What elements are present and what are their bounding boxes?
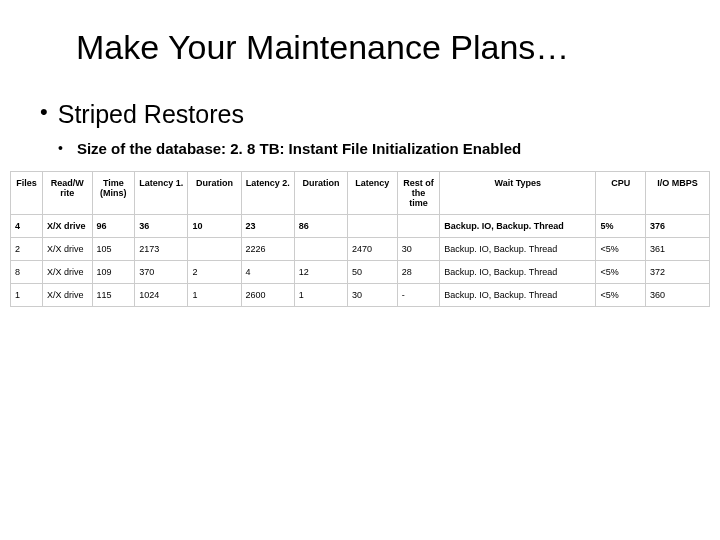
th-rw: Read/W rite: [42, 171, 92, 214]
td-files: 2: [11, 237, 43, 260]
th-time: Time (Mins): [92, 171, 135, 214]
restore-table: Files Read/W rite Time (Mins) Latency 1.…: [10, 171, 710, 307]
td-dur1: 2: [188, 260, 241, 283]
subtitle-row: • Striped Restores: [40, 99, 680, 129]
bullet-icon: •: [58, 139, 63, 159]
info-row: • Size of the database: 2. 8 TB: Instant…: [58, 139, 680, 159]
table-row: 4X/X drive9636102386Backup. IO, Backup. …: [11, 214, 710, 237]
td-dur2: 12: [294, 260, 347, 283]
td-lat1: 2173: [135, 237, 188, 260]
table-row: 1X/X drive115102412600130-Backup. IO, Ba…: [11, 283, 710, 306]
td-io: 360: [646, 283, 710, 306]
th-rest: Rest of the time: [397, 171, 440, 214]
td-cpu: 5%: [596, 214, 646, 237]
th-files: Files: [11, 171, 43, 214]
table-container: Files Read/W rite Time (Mins) Latency 1.…: [10, 171, 710, 307]
td-time: 105: [92, 237, 135, 260]
th-lat3: Latency: [348, 171, 398, 214]
td-lat2: 23: [241, 214, 294, 237]
td-cpu: <5%: [596, 283, 646, 306]
td-rest: 28: [397, 260, 440, 283]
th-dur1: Duration: [188, 171, 241, 214]
slide-title: Make Your Maintenance Plans…: [76, 28, 680, 67]
td-dur2: 1: [294, 283, 347, 306]
td-time: 115: [92, 283, 135, 306]
bullet-icon: •: [40, 99, 48, 125]
td-io: 361: [646, 237, 710, 260]
td-time: 109: [92, 260, 135, 283]
td-lat1: 1024: [135, 283, 188, 306]
td-rw: X/X drive: [42, 283, 92, 306]
th-wait: Wait Types: [440, 171, 596, 214]
td-rest: [397, 214, 440, 237]
td-rest: 30: [397, 237, 440, 260]
td-rw: X/X drive: [42, 237, 92, 260]
td-wait: Backup. IO, Backup. Thread: [440, 283, 596, 306]
td-files: 1: [11, 283, 43, 306]
td-lat2: 2600: [241, 283, 294, 306]
td-cpu: <5%: [596, 237, 646, 260]
td-dur2: 86: [294, 214, 347, 237]
td-io: 372: [646, 260, 710, 283]
td-files: 8: [11, 260, 43, 283]
td-lat3: 50: [348, 260, 398, 283]
th-lat1: Latency 1.: [135, 171, 188, 214]
td-lat1: 370: [135, 260, 188, 283]
table-row: 8X/X drive10937024125028Backup. IO, Back…: [11, 260, 710, 283]
td-rest: -: [397, 283, 440, 306]
td-wait: Backup. IO, Backup. Thread: [440, 214, 596, 237]
subtitle-text: Striped Restores: [58, 99, 244, 129]
td-time: 96: [92, 214, 135, 237]
td-dur1: 1: [188, 283, 241, 306]
td-rw: X/X drive: [42, 260, 92, 283]
info-text: Size of the database: 2. 8 TB: Instant F…: [77, 139, 521, 159]
td-rw: X/X drive: [42, 214, 92, 237]
td-lat3: 30: [348, 283, 398, 306]
td-wait: Backup. IO, Backup. Thread: [440, 237, 596, 260]
td-io: 376: [646, 214, 710, 237]
th-cpu: CPU: [596, 171, 646, 214]
table-row: 2X/X drive10521732226247030Backup. IO, B…: [11, 237, 710, 260]
th-dur2: Duration: [294, 171, 347, 214]
td-dur2: [294, 237, 347, 260]
td-files: 4: [11, 214, 43, 237]
td-wait: Backup. IO, Backup. Thread: [440, 260, 596, 283]
td-lat2: 2226: [241, 237, 294, 260]
td-cpu: <5%: [596, 260, 646, 283]
td-lat3: 2470: [348, 237, 398, 260]
th-io: I/O MBPS: [646, 171, 710, 214]
td-dur1: 10: [188, 214, 241, 237]
th-lat2: Latency 2.: [241, 171, 294, 214]
td-lat1: 36: [135, 214, 188, 237]
table-header-row: Files Read/W rite Time (Mins) Latency 1.…: [11, 171, 710, 214]
td-lat3: [348, 214, 398, 237]
td-dur1: [188, 237, 241, 260]
td-lat2: 4: [241, 260, 294, 283]
